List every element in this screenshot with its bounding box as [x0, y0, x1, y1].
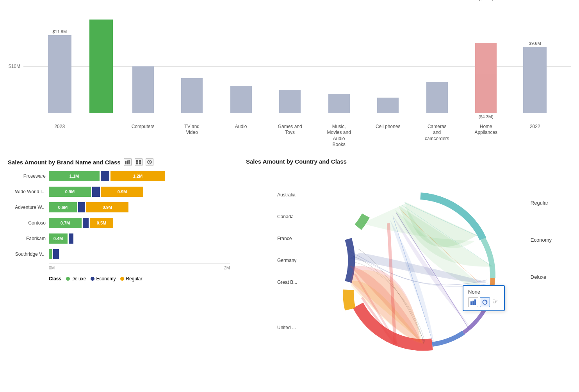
hbar-row-fabrikam: Fabrikam 0.4M — [8, 232, 230, 245]
bar-label-appliances-top: ($1.4M) — [479, 0, 493, 1]
bar-music — [328, 94, 350, 113]
legend-deluxe: Deluxe — [66, 276, 86, 282]
hbar-economy-adventure — [78, 202, 85, 212]
chord-svg — [338, 188, 502, 352]
bar-group-tv — [167, 78, 217, 113]
axis-min: 0M — [49, 265, 55, 270]
bar-icon-btn[interactable] — [124, 158, 132, 166]
hbar-deluxe-southridge — [49, 249, 52, 259]
bar-group-games — [265, 90, 315, 113]
bar-label-2023: $11.8M — [52, 29, 67, 34]
hbar-axis-labels: 0M 2M — [49, 265, 230, 270]
hbar-deluxe-wideworld: 0.9M — [49, 187, 91, 197]
block-icon-btn[interactable] — [135, 158, 143, 166]
x-label-games: Games andToys — [265, 124, 315, 148]
hbar-regular-contoso: 0.5M — [90, 218, 113, 228]
bar-group-cell — [363, 98, 413, 113]
hbar-label-adventure: Adventure W... — [8, 205, 49, 210]
x-label-blank — [84, 124, 119, 148]
bar-group-highlight — [84, 20, 119, 113]
tooltip-popup: None ☞ — [463, 285, 505, 311]
x-label-audio: Audio — [216, 124, 265, 148]
legend-label-deluxe: Deluxe — [71, 276, 86, 282]
bar-group-2022: $9.6M — [511, 41, 560, 113]
hbar-deluxe-contoso: 0.7M — [49, 218, 82, 228]
hbar-label-proseware: Proseware — [8, 173, 49, 179]
bar-cell — [377, 98, 399, 113]
legend-economy: Economy — [91, 276, 116, 282]
hbar-bars-adventure: 0.6M 0.9M — [49, 202, 230, 212]
hbar-economy-wideworld — [92, 187, 100, 197]
label-deluxe: Deluxe — [531, 274, 552, 280]
hbar-economy-fabrikam — [69, 233, 73, 244]
top-bar-chart: $10M $11.8M — [0, 0, 579, 152]
left-chart-title: Sales Amount by Brand Name and Class — [8, 158, 230, 166]
hbar-regular-proseware: 1.2M — [110, 171, 165, 181]
hbar-economy-proseware — [101, 171, 109, 181]
tooltip-none-row: None — [468, 289, 499, 295]
svg-rect-3 — [136, 160, 138, 162]
tooltip-none-label: None — [468, 289, 480, 295]
hbar-label-southridge: Southridge V... — [8, 251, 49, 257]
svg-rect-2 — [128, 160, 130, 164]
x-label-cell: Cell phones — [363, 124, 413, 148]
label-canada: Canada — [277, 214, 297, 219]
hbar-row-southridge: Southridge V... — [8, 248, 230, 260]
x-label-2022: 2022 — [511, 124, 560, 148]
bar-group-computers — [118, 66, 167, 113]
hbar-bars-proseware: 1.1M 1.2M — [49, 171, 230, 181]
bar-group-2023: $11.8M — [35, 29, 84, 113]
bar-2022 — [523, 47, 547, 113]
bar-group-cameras — [412, 82, 461, 113]
label-australia: Australia — [277, 192, 297, 198]
hbar-bars-fabrikam: 0.4M — [49, 233, 230, 244]
bar-group-appliances: ($1.4M) ($4.3M) — [461, 43, 511, 113]
x-label-cameras: Camerasandcamcorders — [412, 124, 461, 148]
left-panel: Sales Amount by Brand Name and Class Pro… — [0, 152, 238, 392]
tooltip-icon-row: ☞ — [468, 297, 499, 307]
bar-cameras — [426, 82, 448, 113]
bar-appliances-pos — [475, 74, 497, 113]
label-united: United ... — [277, 325, 297, 330]
hbar-label-fabrikam: Fabrikam — [8, 236, 49, 241]
hbar-deluxe-fabrikam: 0.4M — [49, 233, 68, 244]
x-label-music: Music,Movies andAudioBooks — [314, 124, 363, 148]
bar-computers — [132, 66, 154, 113]
right-panel: Sales Amount by Country and Class Austra… — [238, 152, 579, 392]
bar-2023 — [48, 35, 71, 113]
x-label-tv: TV andVideo — [167, 124, 217, 148]
tooltip-refresh-icon-btn[interactable] — [480, 297, 490, 307]
legend-class-label: Class — [49, 276, 61, 282]
country-labels: Australia Canada France Germany Great B.… — [277, 192, 297, 330]
hbar-deluxe-proseware: 1.1M — [49, 171, 100, 181]
right-chart-title: Sales Amount by Country and Class — [246, 158, 571, 165]
left-chart-title-text: Sales Amount by Brand Name and Class — [8, 159, 121, 166]
bar-label-appliances-bot: ($4.3M) — [479, 114, 493, 119]
svg-rect-5 — [136, 162, 138, 164]
svg-rect-17 — [472, 301, 474, 305]
hbar-regular-adventure: 0.9M — [86, 202, 128, 212]
hbar-bars-southridge — [49, 249, 230, 259]
tooltip-bar-icon-btn[interactable] — [468, 297, 478, 307]
hbar-bars-wideworld: 0.9M 0.9M — [49, 187, 230, 197]
hbar-deluxe-adventure: 0.6M — [49, 202, 77, 212]
bar-highlight — [89, 20, 113, 113]
svg-rect-6 — [139, 162, 141, 164]
hbar-axis-line — [49, 264, 230, 264]
hbar-economy-contoso — [83, 218, 89, 228]
svg-rect-0 — [125, 161, 126, 164]
bar-group-music — [314, 94, 363, 113]
label-greatb: Great B... — [277, 280, 297, 285]
label-economy: Economy — [531, 237, 552, 243]
legend-dot-regular — [120, 277, 124, 281]
bar-group-audio — [216, 86, 265, 113]
legend-dot-deluxe — [66, 277, 70, 281]
reset-icon-btn[interactable] — [146, 158, 153, 166]
axis-max: 2M — [224, 265, 230, 270]
svg-rect-16 — [470, 301, 472, 305]
bar-audio — [230, 86, 252, 113]
svg-rect-1 — [127, 160, 128, 164]
x-label-2023: 2023 — [35, 124, 84, 148]
hbar-row-adventure: Adventure W... 0.6M 0.9M — [8, 201, 230, 214]
label-regular: Regular — [531, 200, 552, 206]
